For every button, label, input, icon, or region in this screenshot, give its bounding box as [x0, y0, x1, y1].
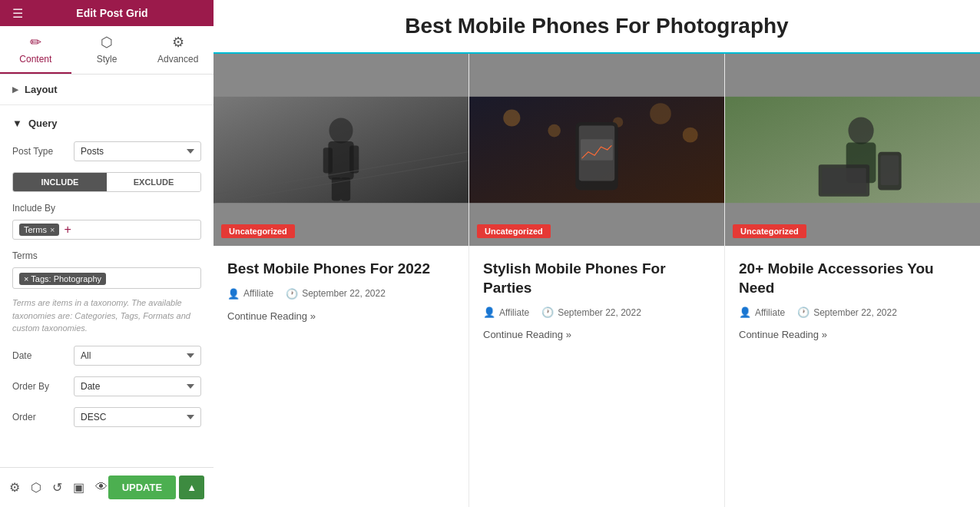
author-icon-2: 👤	[483, 307, 495, 318]
taxonomy-help-text: Terms are items in a taxonomy. The avail…	[12, 297, 201, 335]
card-1-image: Uncategorized	[214, 54, 468, 246]
author-icon-1: 👤	[227, 288, 240, 300]
include-by-input[interactable]: Terms × +	[12, 220, 201, 240]
card-1-date: 🕐 September 22, 2022	[286, 288, 386, 300]
page-title-bar: Best Mobile Phones For Photography	[214, 0, 980, 54]
card-3-author: 👤 Affiliate	[739, 307, 785, 318]
content-tab-icon: ✏	[30, 34, 41, 51]
post-card-1: Uncategorized Best Mobile Phones For 202…	[214, 54, 469, 507]
svg-rect-24	[881, 155, 899, 185]
advanced-tab-label: Advanced	[157, 54, 198, 65]
panel-header: ☰ Edit Post Grid ⁪	[0, 0, 214, 26]
clock-icon-2: 🕐	[541, 307, 554, 318]
advanced-tab-icon: ⚙	[172, 34, 184, 51]
card-3-title: 20+ Mobile Accessories You Need	[739, 260, 966, 297]
date-select[interactable]: All Today Week Month Year	[74, 346, 201, 366]
order-by-select[interactable]: Date Title Author ID	[74, 376, 201, 396]
svg-point-12	[650, 103, 671, 124]
card-3-category: Uncategorized	[733, 224, 806, 238]
svg-point-1	[329, 118, 353, 144]
tab-advanced[interactable]: ⚙ Advanced	[142, 26, 214, 74]
content-tab-label: Content	[19, 54, 51, 65]
panel-title: Edit Post Grid	[76, 7, 147, 19]
order-by-control: Date Title Author ID	[74, 376, 201, 396]
style-tab-label: Style	[97, 54, 118, 65]
card-3-svg	[725, 54, 980, 246]
card-2-title: Stylish Mobile Phones For Parties	[483, 260, 710, 297]
card-2-date: 🕐 September 22, 2022	[541, 307, 641, 318]
card-2-body: Stylish Mobile Phones For Parties 👤 Affi…	[469, 246, 724, 507]
left-panel: ☰ Edit Post Grid ⁪ ✏ Content ⬡ Style ⚙ A…	[0, 0, 214, 507]
date-row: Date All Today Week Month Year	[12, 346, 201, 366]
menu-icon[interactable]: ☰	[12, 6, 23, 21]
svg-point-13	[683, 128, 698, 143]
include-button[interactable]: INCLUDE	[13, 173, 107, 191]
settings-icon[interactable]: ⚙	[9, 480, 20, 495]
author-icon-3: 👤	[739, 307, 751, 318]
style-tab-icon: ⬡	[101, 34, 113, 51]
card-3-image: Uncategorized	[725, 54, 980, 246]
tab-content[interactable]: ✏ Content	[0, 26, 71, 74]
include-by-label: Include By	[12, 203, 201, 214]
svg-rect-17	[581, 139, 613, 161]
card-2-meta: 👤 Affiliate 🕐 September 22, 2022	[483, 307, 710, 318]
layout-arrow-icon: ▶	[12, 85, 18, 94]
card-1-meta: 👤 Affiliate 🕐 September 22, 2022	[227, 288, 455, 300]
exclude-button[interactable]: EXCLUDE	[107, 173, 200, 191]
post-type-row: Post Type Posts Pages Custom	[12, 141, 201, 161]
eye-icon[interactable]: 👁	[95, 480, 108, 495]
svg-point-11	[548, 124, 561, 138]
layout-section-header[interactable]: ▶ Layout	[0, 75, 214, 105]
card-2-image: Uncategorized	[469, 54, 724, 246]
post-card-3: Uncategorized 20+ Mobile Accessories You…	[725, 54, 980, 507]
post-type-control: Posts Pages Custom	[74, 141, 201, 161]
terms-chip-label: Terms	[24, 225, 47, 234]
cards-area: Uncategorized Best Mobile Phones For 202…	[214, 54, 980, 507]
panel-body: ▶ Layout ▼ Query Post Type Posts Pages C…	[0, 75, 214, 507]
date-control: All Today Week Month Year	[74, 346, 201, 366]
card-3-date: 🕐 September 22, 2022	[797, 307, 897, 318]
card-1-read-more[interactable]: Continue Reading »	[227, 310, 455, 322]
terms-label: Terms	[12, 250, 201, 261]
update-buttons: UPDATE ▲	[108, 476, 204, 499]
tag-add-button[interactable]: +	[64, 224, 71, 236]
card-1-author: 👤 Affiliate	[227, 288, 273, 300]
panel-tabs: ✏ Content ⬡ Style ⚙ Advanced	[0, 26, 214, 75]
svg-rect-22	[822, 168, 866, 194]
date-label: Date	[12, 350, 74, 361]
card-3-read-more[interactable]: Continue Reading »	[739, 329, 966, 340]
clock-icon-3: 🕐	[797, 307, 809, 318]
card-1-svg	[214, 54, 468, 246]
layers-icon[interactable]: ⬡	[31, 480, 41, 495]
tab-style[interactable]: ⬡ Style	[71, 26, 143, 74]
terms-input-box[interactable]: × Tags: Photography	[12, 267, 201, 289]
svg-point-10	[503, 109, 520, 126]
terms-chip-remove[interactable]: ×	[50, 225, 55, 234]
query-section-header[interactable]: ▼ Query	[12, 118, 201, 129]
card-2-read-more[interactable]: Continue Reading »	[483, 329, 710, 340]
layout-section-label: Layout	[25, 84, 58, 95]
order-select[interactable]: DESC ASC	[74, 407, 201, 427]
right-panel: Best Mobile Phones For Photography	[214, 0, 980, 507]
svg-rect-3	[323, 147, 333, 173]
svg-rect-4	[349, 145, 359, 173]
query-arrow-icon: ▼	[12, 118, 22, 129]
order-by-row: Order By Date Title Author ID	[12, 376, 201, 396]
order-control: DESC ASC	[74, 407, 201, 427]
query-section: ▼ Query Post Type Posts Pages Custom INC…	[0, 105, 214, 450]
photography-tag-label: × Tags: Photography	[24, 274, 101, 283]
photography-tag-chip: × Tags: Photography	[19, 273, 106, 285]
card-1-category: Uncategorized	[221, 224, 295, 238]
terms-chip: Terms ×	[19, 224, 59, 236]
footer-icons: ⚙ ⬡ ↺ ▣ 👁	[9, 480, 108, 495]
post-type-select[interactable]: Posts Pages Custom	[74, 141, 201, 161]
card-1-title: Best Mobile Phones For 2022	[227, 260, 455, 279]
update-button[interactable]: UPDATE	[108, 476, 176, 499]
card-2-category: Uncategorized	[477, 224, 551, 238]
svg-point-19	[848, 117, 873, 144]
history-icon[interactable]: ↺	[52, 480, 62, 495]
template-icon[interactable]: ▣	[73, 480, 84, 495]
query-section-label: Query	[28, 118, 58, 129]
update-arrow-button[interactable]: ▲	[179, 476, 204, 499]
clock-icon-1: 🕐	[286, 288, 298, 300]
